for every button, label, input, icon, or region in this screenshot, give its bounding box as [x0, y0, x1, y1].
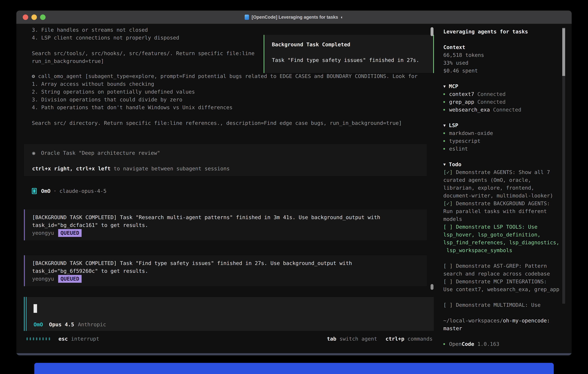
half-circle-icon: ◐ [341, 15, 343, 20]
document-icon [245, 15, 249, 20]
todo-item: [ ]Demonstrate MCP INTEGRATIONS: Use con… [443, 278, 563, 293]
input-provider-name: Anthropic [78, 322, 106, 327]
titlebar[interactable]: [OpenCode] Leveraging agents for tasks ◐ [16, 10, 572, 24]
notification-title: Background Task Completed [272, 41, 433, 48]
opencode-version: OpenCode 1.0.163 [443, 340, 563, 348]
message-line: task_id="bg_dcfac161" to get results. [32, 221, 427, 229]
oracle-task-card: ◉ Oracle Task "Deep architecture review"… [24, 144, 427, 176]
todo-item: [ ]Demonstrate AST-GREP: Pattern search … [443, 262, 563, 278]
activity-dots-icon [26, 337, 50, 340]
agent-header: OmO · claude-opus-4-5 [32, 187, 106, 195]
esc-key: esc [58, 336, 68, 342]
main-scrollbar-thumb[interactable] [430, 27, 433, 36]
lsp-section-header[interactable]: ▼ LSP [443, 122, 563, 129]
agent-icon [32, 188, 37, 194]
subagent-navigation-hint: ctrl+x right, ctrl+x left to navigate be… [32, 165, 427, 173]
terminal-content: 3. File handles or streams not closed 4.… [16, 24, 572, 353]
todo-item: [✓]Demonstrate AGENTS: Show all 7 curate… [443, 168, 563, 200]
hint-shortcut-keys: ctrl+x right, ctrl+x left [32, 166, 111, 172]
agent-model: claude-opus-4-5 [60, 187, 106, 195]
checkbox-checked-icon: [✓] [443, 200, 453, 206]
checkbox-empty-icon: [ ] [443, 279, 453, 284]
sidebar-scrollbar-thumb[interactable] [562, 28, 565, 76]
status-bar: esc interrupt tab switch agent ctrl+p co… [26, 336, 433, 342]
lsp-item: markdown-oxide [443, 129, 563, 137]
tab-key: tab [327, 336, 336, 342]
traffic-lights [23, 14, 46, 20]
chevron-down-icon: ▼ [443, 83, 446, 90]
todo-item: [ ]Demonstrate MULTIMODAL: Use [443, 301, 563, 309]
message-author: yeongyu [32, 229, 54, 237]
commands-shortcut[interactable]: ctrl+p commands [386, 336, 433, 342]
notification-body: Task "Find type safety issues" finished … [272, 56, 433, 64]
mcp-item: websearch_exa Connected [443, 106, 563, 114]
todo-item: [✓]Demonstrate BACKGROUND AGENTS: Run pa… [443, 200, 563, 223]
status-dot-icon [443, 109, 445, 111]
workspace-path: ~/local-workspaces/oh-my-opencode: maste… [443, 317, 563, 332]
chevron-down-icon: ▼ [443, 161, 446, 168]
git-branch: master [443, 324, 563, 332]
esc-label: interrupt [71, 336, 99, 342]
tool-call-block: ⚙ call_omo_agent [subagent_type=explore,… [32, 72, 435, 127]
tab-shortcut[interactable]: tab switch agent [327, 336, 377, 342]
mcp-item: context7 Connected [443, 90, 563, 98]
tool-call-first-line: call_omo_agent [subagent_type=explore, p… [38, 73, 418, 79]
target-icon: ◉ [32, 150, 35, 156]
separator-dot: · [53, 187, 57, 195]
esc-shortcut[interactable]: esc interrupt [58, 336, 99, 342]
terminal-output-top: 3. File handles or streams not closed 4.… [32, 26, 254, 65]
checkbox-empty-icon: [ ] [443, 302, 453, 308]
message-line: [BACKGROUND TASK COMPLETED] Task "Resear… [32, 213, 427, 221]
text-cursor [33, 304, 37, 313]
todo-section-header[interactable]: ▼ Todo [443, 161, 563, 168]
chevron-down-icon: ▼ [443, 122, 446, 129]
context-tokens: 66,518 tokens [443, 51, 563, 59]
minimize-button[interactable] [32, 14, 37, 20]
maximize-button[interactable] [40, 14, 46, 20]
context-spent: $0.46 spent [443, 67, 563, 75]
dock-bar[interactable] [34, 363, 554, 374]
main-scrollbar-thumb-lower[interactable] [430, 284, 433, 290]
todo-item-active: [ ]Demonstrate LSP TOOLS: Use lsp_hover,… [443, 223, 563, 254]
agent-name: OmO [41, 187, 51, 195]
status-dot-icon [443, 140, 445, 142]
checkbox-empty-icon: [ ] [443, 263, 453, 269]
commands-label: commands [408, 336, 433, 342]
hint-text: to navigate between subagent sessions [114, 166, 230, 172]
background-task-notification: Background Task Completed Task "Find typ… [264, 35, 434, 73]
oracle-task-title: Oracle Task "Deep architecture review" [41, 150, 160, 156]
checkbox-empty-icon: [ ] [443, 224, 453, 230]
ctrl-p-key: ctrl+p [386, 336, 404, 342]
status-badge: QUEUED [58, 275, 82, 283]
desktop: { "colors": { "accent_cyan": "#2ac4c6", … [0, 0, 588, 374]
message-author: yeongyu [32, 275, 54, 283]
checkbox-checked-icon: [✓] [443, 169, 453, 175]
session-sidebar: Leveraging agents for tasks Context 66,5… [443, 28, 563, 348]
window-title: [OpenCode] Leveraging agents for tasks ◐ [245, 15, 343, 20]
prompt-input[interactable]: OmO Opus 4.5 Anthropic [24, 297, 434, 331]
message-line: task_id="bg_6f59260c" to get results. [32, 267, 427, 275]
status-dot-icon [443, 101, 445, 103]
session-title: Leveraging agents for tasks [443, 28, 563, 36]
status-badge: QUEUED [58, 229, 82, 237]
context-used: 33% used [443, 59, 563, 67]
oracle-task-title-row: ◉ Oracle Task "Deep architecture review" [32, 149, 427, 157]
status-dot-icon [443, 132, 445, 134]
input-agent-name[interactable]: OmO [33, 322, 43, 327]
window-title-text: [OpenCode] Leveraging agents for tasks [252, 15, 338, 20]
close-button[interactable] [23, 14, 28, 20]
input-model-name[interactable]: Opus 4.5 [49, 322, 74, 327]
tab-label: switch agent [339, 336, 377, 342]
context-heading: Context [443, 43, 563, 51]
gear-icon: ⚙ [32, 73, 35, 79]
status-dot-icon [443, 93, 445, 95]
opencode-window: [OpenCode] Leveraging agents for tasks ◐… [16, 10, 572, 355]
mcp-section-header[interactable]: ▼ MCP [443, 83, 563, 90]
mcp-item: grep_app Connected [443, 98, 563, 106]
tool-call-body: 1. Array access without bounds checking … [32, 80, 435, 127]
background-task-message: [BACKGROUND TASK COMPLETED] Task "Resear… [24, 209, 427, 240]
window-bottom-edge [16, 353, 572, 355]
lsp-item: typescript [443, 137, 563, 145]
lsp-item: eslint [443, 145, 563, 153]
status-dot-icon [443, 148, 445, 150]
